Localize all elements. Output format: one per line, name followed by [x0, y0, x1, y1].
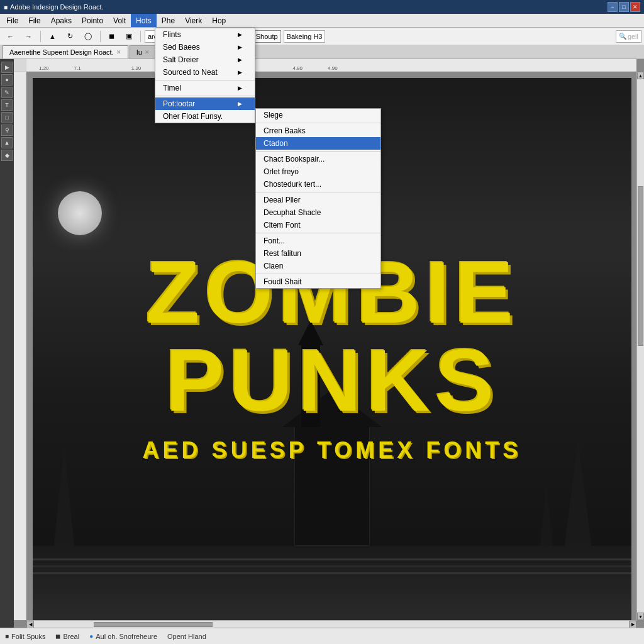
- submenu-slege[interactable]: Slege: [256, 109, 380, 121]
- separator3: [140, 31, 141, 42]
- tool-fill[interactable]: ▲: [1, 137, 13, 148]
- bottom-scrollbar: ◀ ▶: [26, 620, 636, 628]
- close-button[interactable]: ✕: [630, 2, 640, 12]
- submenu-foudl-shait[interactable]: Foudl Shait: [256, 275, 380, 288]
- menu-phe[interactable]: Phe: [157, 14, 180, 27]
- tool-shape[interactable]: □: [1, 112, 13, 123]
- menu-item-flints[interactable]: Flints ▶: [155, 28, 255, 41]
- scroll-down-button[interactable]: ▼: [637, 613, 644, 620]
- left-tools-panel: ▶ ● ✎ T □ ⚲ ▲ ◆: [0, 59, 14, 628]
- status-label-2: Breal: [63, 633, 79, 640]
- tool-b[interactable]: ▣: [121, 30, 136, 43]
- status-icon-2: ◼: [55, 633, 60, 640]
- ruler-corner: [14, 59, 26, 72]
- submenu-font[interactable]: Font...: [256, 235, 380, 247]
- tab-secondary[interactable]: Iu ✕: [130, 45, 157, 58]
- separator-a: [155, 80, 255, 80]
- tool-zoom[interactable]: ⚲: [1, 125, 13, 136]
- scroll-thumb-vertical[interactable]: [638, 186, 643, 346]
- rotate-button[interactable]: ↻: [63, 30, 77, 43]
- menu-item-timel[interactable]: Timel ▶: [155, 82, 255, 94]
- back-button[interactable]: ←: [3, 30, 18, 43]
- minimize-button[interactable]: −: [608, 2, 618, 12]
- ground: [33, 546, 631, 621]
- tool-pen[interactable]: ✎: [1, 87, 13, 98]
- menu-apaks[interactable]: Apaks: [46, 14, 77, 27]
- menu-pointo[interactable]: Pointo: [77, 14, 108, 27]
- submenu-orlet-freyo[interactable]: Orlet freyo: [256, 165, 380, 178]
- search-box[interactable]: 🔍 geil: [616, 30, 641, 43]
- menu-volt[interactable]: Volt: [108, 14, 131, 27]
- forward-button[interactable]: →: [21, 30, 36, 43]
- menu-item-pot-lootar[interactable]: Pot:lootar ▶: [155, 97, 255, 110]
- arrow-icon: ▶: [238, 31, 242, 38]
- status-bar: ■ Folit Spuks ◼ Breal ● Aul oh. Snofrehe…: [0, 628, 644, 644]
- tool-gradient[interactable]: ◆: [1, 150, 13, 161]
- status-icon-3: ●: [89, 633, 93, 640]
- ruler-horizontal: 1.20 7.1 1.20 1.50 2.10 4.80 4.90: [26, 59, 636, 72]
- up-button[interactable]: ▲: [45, 30, 60, 43]
- sub-separator-e: [256, 274, 380, 274]
- clock-button[interactable]: ◯: [80, 30, 96, 43]
- tab-main[interactable]: Aaenetihe Supeent Design Roact. ✕: [3, 45, 128, 58]
- separator2: [100, 31, 101, 42]
- sub-separator-c: [256, 192, 380, 192]
- tool-select[interactable]: ●: [1, 74, 13, 86]
- submenu-rest-falitun[interactable]: Rest falitun: [256, 247, 380, 260]
- tool-text[interactable]: T: [1, 99, 13, 111]
- status-label-1: Folit Spuks: [11, 633, 45, 640]
- status-icon-1: ■: [5, 633, 9, 640]
- scroll-left-button[interactable]: ◀: [26, 621, 34, 628]
- scroll-up-button[interactable]: ▲: [637, 72, 644, 79]
- arrow-icon3: ▶: [238, 57, 242, 63]
- tab-bar: Aaenetihe Supeent Design Roact. ✕ Iu ✕: [0, 45, 644, 59]
- menu-file1[interactable]: File: [1, 14, 23, 27]
- tab-close-icon2[interactable]: ✕: [145, 49, 150, 55]
- status-item-1: ■ Folit Spuks: [5, 633, 45, 640]
- subtitle-text: AED SUESP TOMEX FONTS: [143, 437, 522, 464]
- sub-separator-b: [256, 151, 380, 152]
- scroll-track-vertical[interactable]: [637, 79, 644, 613]
- status-item-4: Opent Hland: [167, 633, 206, 640]
- scroll-thumb-horizontal[interactable]: [94, 622, 213, 627]
- menu-hots[interactable]: Hots: [131, 14, 157, 27]
- hots-dropdown-menu: Flints ▶ Sed Baees ▶ Salt Dreier ▶ Sourc…: [155, 28, 255, 123]
- separator-b: [155, 96, 255, 96]
- submenu-cltem-font[interactable]: Cltem Font: [256, 219, 380, 231]
- right-scrollbar: ▲ ▼: [636, 72, 644, 620]
- submenu-ctadon[interactable]: Ctadon: [256, 137, 380, 150]
- title-bar-controls: − □ ✕: [608, 2, 640, 12]
- separator1: [40, 31, 41, 42]
- submenu-crren-baaks[interactable]: Crren Baaks: [256, 125, 380, 137]
- submenu-chact-bookspair[interactable]: Chact Bookspair...: [256, 153, 380, 165]
- submenu-chostedurk-tert[interactable]: Chostedurk tert...: [256, 178, 380, 191]
- menu-item-sourced-to-neat[interactable]: Sourced to Neat ▶: [155, 66, 255, 79]
- arrow-icon6: ▶: [238, 101, 242, 107]
- arrow-icon4: ▶: [238, 69, 242, 75]
- title-bar: ■ Adobe Indesign Design Roact. − □ ✕: [0, 0, 644, 14]
- scroll-right-button[interactable]: ▶: [629, 621, 636, 628]
- maximize-button[interactable]: □: [619, 2, 629, 12]
- submenu-deeal-pller[interactable]: Deeal Pller: [256, 194, 380, 206]
- sub-separator-d: [256, 233, 380, 233]
- dropdown-bakeing[interactable]: Bakeing H3: [284, 30, 326, 43]
- sub-separator-a: [256, 123, 380, 123]
- menu-file2[interactable]: File: [23, 14, 45, 27]
- status-label-3: Aul oh. Snofreheure: [96, 633, 157, 640]
- menu-item-oher-float-funsy[interactable]: Oher Float Funsy.: [155, 110, 255, 123]
- ruler-vertical: [14, 72, 26, 620]
- app-icon: ■: [4, 4, 8, 11]
- menu-item-sed-baees[interactable]: Sed Baees ▶: [155, 41, 255, 53]
- menu-hop[interactable]: Hop: [207, 14, 231, 27]
- title-bar-left: ■ Adobe Indesign Design Roact.: [4, 3, 104, 11]
- status-item-2: ◼ Breal: [55, 633, 79, 640]
- tool-a[interactable]: ◼: [104, 30, 119, 43]
- menu-vierk[interactable]: Vierk: [180, 14, 207, 27]
- tool-arrow[interactable]: ▶: [1, 62, 13, 73]
- menu-item-salt-dreier[interactable]: Salt Dreier ▶: [155, 53, 255, 66]
- submenu-claen[interactable]: Claen: [256, 260, 380, 272]
- status-item-3[interactable]: ● Aul oh. Snofreheure: [89, 633, 157, 640]
- tab-close-icon[interactable]: ✕: [116, 49, 121, 55]
- scroll-track-horizontal[interactable]: [34, 621, 629, 628]
- submenu-decuphat-shacle[interactable]: Decuphat Shacle: [256, 206, 380, 219]
